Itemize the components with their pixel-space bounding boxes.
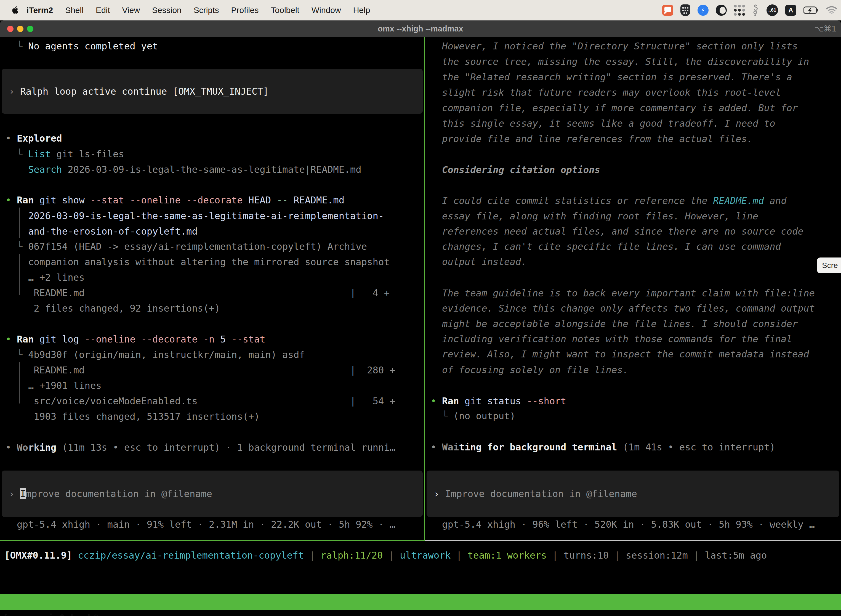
window-shortcut-badge: ⌥⌘1 <box>814 21 837 37</box>
reasoning-line: output instead. <box>425 254 841 269</box>
menu-item-toolbelt[interactable]: Toolbelt <box>265 6 305 15</box>
reasoning-heading: Considering citation options <box>425 162 841 177</box>
screen-share-icon[interactable] <box>662 5 673 16</box>
left-pane-bottom-border <box>0 540 424 541</box>
reasoning-line: changes, I can't cite specific file line… <box>425 239 841 254</box>
prompt-input[interactable]: › Improve documentation in @filename <box>1 471 423 517</box>
tmux-window-name[interactable]: [omx-cczip0:bash* <box>3 610 99 616</box>
git-output-line: companion analysis without altering the … <box>0 254 424 270</box>
working-status-line: • Working (11m 13s • esc to interrupt) ·… <box>0 440 424 455</box>
blue-badge-icon[interactable] <box>697 5 709 16</box>
git-output-line: src/voice/voiceModeEnabled.ts | 54 + <box>0 393 424 409</box>
battery-percent-icon[interactable]: ..61 <box>766 4 778 16</box>
git-output-line: … +1901 lines <box>0 378 424 393</box>
menu-item-profiles[interactable]: Profiles <box>225 6 265 15</box>
menu-bar: iTerm2 Shell Edit View Session Scripts P… <box>0 0 841 21</box>
explored-header: • Explored <box>0 131 424 146</box>
reasoning-line: I could cite commit statistics or refere… <box>425 193 841 208</box>
hook-person-icon[interactable] <box>752 4 759 16</box>
reasoning-line: The team guideline is to back every impo… <box>425 285 841 301</box>
session-stats-line: gpt-5.4 xhigh · main · 91% left · 2.31M … <box>0 517 424 532</box>
ran-git-show-line: • Ran git show --stat --oneline --decora… <box>0 192 424 208</box>
no-output-line: └ (no output) <box>425 408 841 424</box>
dots-grid-icon[interactable] <box>734 5 745 16</box>
menu-item-view[interactable]: View <box>116 6 146 15</box>
right-pane[interactable]: However, I noticed the "Directory Struct… <box>425 37 841 540</box>
window-title: omx --xhigh --madmax <box>0 21 841 37</box>
git-output-line: └ 067f154 (HEAD -> essay/ai-reimplementa… <box>0 239 424 254</box>
apple-menu-icon[interactable] <box>12 6 19 14</box>
git-output-line: README.md | 280 + <box>0 362 424 378</box>
contrast-moon-icon[interactable] <box>716 5 727 16</box>
omx-status-bar: [OMX#0.11.9] cczip/essay/ai-reimplementa… <box>4 547 767 563</box>
title-bar: omx --xhigh --madmax ⌥⌘1 <box>0 21 841 37</box>
git-output-line: 1903 files changed, 513517 insertions(+) <box>0 409 424 424</box>
explored-list-line: └ List git ls-files <box>0 146 424 162</box>
reasoning-line: the source tree, missing the essay. Stil… <box>425 54 841 69</box>
keypad-shield-icon[interactable] <box>680 4 690 16</box>
menu-item-window[interactable]: Window <box>305 6 347 15</box>
reasoning-line: review. Also, I might want to inspect th… <box>425 346 841 362</box>
menu-item-session[interactable]: Session <box>146 6 188 15</box>
git-output-line: README.md | 4 + <box>0 285 424 301</box>
waiting-status-line: • Waiting for background terminal (1m 41… <box>425 439 841 455</box>
session-stats-line: gpt-5.4 xhigh · 96% left · 520K in · 5.8… <box>425 517 841 532</box>
no-agents-line: └ No agents completed yet <box>0 38 424 54</box>
git-output-line: … +2 lines <box>0 270 424 285</box>
reasoning-line: including verification notes with those … <box>425 331 841 347</box>
screen-share-pill[interactable]: Scre <box>817 258 841 273</box>
reasoning-line: evidence. Since this change only affects… <box>425 301 841 316</box>
reasoning-line: essay file, along with finding root file… <box>425 208 841 224</box>
left-pane[interactable]: └ No agents completed yet › Ralph loop a… <box>0 37 424 540</box>
wifi-icon[interactable] <box>826 6 837 14</box>
tmux-status-bar: [omx-cczip0:bash* "MacBook-Pro-44.local"… <box>0 594 841 610</box>
iterm-window: omx --xhigh --madmax ⌥⌘1 └ No agents com… <box>0 21 841 616</box>
screen: iTerm2 Shell Edit View Session Scripts P… <box>0 0 841 616</box>
reasoning-line: companion file, especially if more comme… <box>425 100 841 116</box>
right-pane-bottom-border <box>425 540 841 541</box>
prompt-input[interactable]: › Improve documentation in @filename <box>426 471 840 517</box>
inject-banner: › Ralph loop active continue [OMX_TMUX_I… <box>1 69 423 114</box>
terminal-content: └ No agents completed yet › Ralph loop a… <box>0 37 841 540</box>
menu-item-iterm2[interactable]: iTerm2 <box>19 6 59 15</box>
explored-search-line: Search 2026-03-09-is-legal-the-same-as-l… <box>0 162 424 177</box>
ran-git-log-line: • Ran git log --oneline --decorate -n 5 … <box>0 331 424 347</box>
ran-git-status-line: • Ran git status --short <box>425 393 841 409</box>
git-output-line: 2 files changed, 92 insertions(+) <box>0 301 424 316</box>
command-wrap-line: 2026-03-09-is-legal-the-same-as-legitima… <box>0 208 424 224</box>
command-wrap-line: and-the-erosion-of-copyleft.md <box>0 224 424 239</box>
menu-item-help[interactable]: Help <box>347 6 377 15</box>
menu-status-icons: ..61 A <box>662 0 837 21</box>
reasoning-line: provide file and line references from th… <box>425 131 841 147</box>
menu-item-shell[interactable]: Shell <box>59 6 90 15</box>
git-output-line: └ 4b9d30f (origin/main, instructkr/main,… <box>0 347 424 362</box>
reasoning-line: this single essay, it seems like a good … <box>425 116 841 131</box>
reasoning-line: might be acceptable alongside the file l… <box>425 316 841 331</box>
reasoning-line: the "Related research writing" section i… <box>425 69 841 85</box>
input-source-icon[interactable]: A <box>785 5 796 16</box>
reasoning-line: slight risk that future readers may over… <box>425 85 841 100</box>
battery-icon[interactable] <box>803 6 819 14</box>
menu-item-edit[interactable]: Edit <box>90 6 116 15</box>
menu-item-scripts[interactable]: Scripts <box>188 6 225 15</box>
reasoning-line: of focusing solely on file lines. <box>425 362 841 378</box>
reasoning-line: However, I noticed the "Directory Struct… <box>425 38 841 54</box>
reasoning-line: references need actual files, and since … <box>425 224 841 239</box>
